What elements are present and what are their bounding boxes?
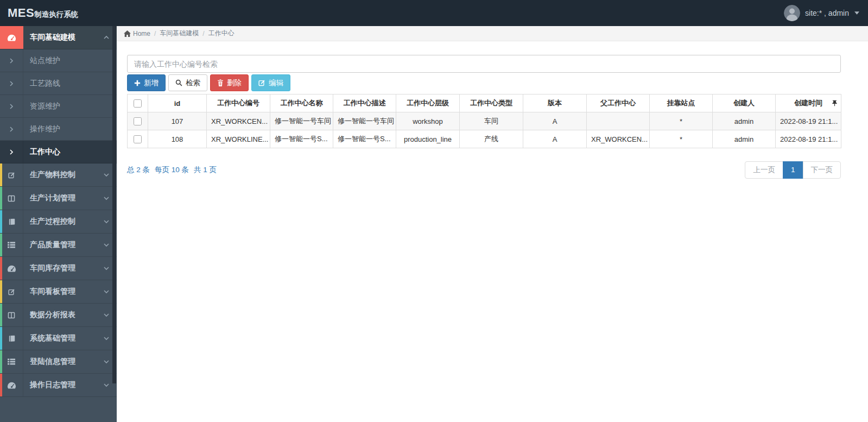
breadcrumb-current: 工作中心 [208, 29, 235, 38]
edit-button-label: 编辑 [269, 78, 283, 88]
menu-color-strip [0, 350, 2, 373]
table-header-row: id工作中心编号工作中心名称工作中心描述工作中心层级工作中心类型版本父工作中心挂… [128, 95, 841, 112]
menu-color-strip [0, 304, 2, 326]
sidebar-item-workshop-modeling[interactable]: 车间基础建模 [0, 26, 117, 49]
chevron-down-icon [104, 173, 109, 177]
user-menu[interactable]: site:* , admin [784, 5, 859, 21]
header-cell-code[interactable]: 工作中心编号 [207, 95, 270, 112]
sidebar-item-label: 生产物料控制 [23, 170, 104, 180]
select-all-checkbox[interactable] [134, 99, 142, 108]
menu-color-strip [0, 257, 2, 280]
cell-id: 108 [148, 130, 207, 148]
tachometer-icon [0, 374, 23, 396]
chevron-down-icon [104, 383, 109, 387]
table-head: id工作中心编号工作中心名称工作中心描述工作中心层级工作中心类型版本父工作中心挂… [128, 95, 841, 112]
sidebar-item-label: 数据分析报表 [23, 310, 104, 320]
sidebar-item-material-control[interactable]: 生产物料控制 [0, 163, 117, 187]
page-1-button[interactable]: 1 [783, 161, 803, 179]
breadcrumb-home[interactable]: Home [133, 30, 150, 37]
search-button[interactable]: 检索 [168, 74, 207, 91]
work-center-table: id工作中心编号工作中心名称工作中心描述工作中心层级工作中心类型版本父工作中心挂… [127, 94, 841, 148]
breadcrumb-section[interactable]: 车间基础建模 [160, 29, 199, 38]
columns-icon [0, 187, 23, 210]
list-icon [0, 234, 23, 256]
sidebar-item-label: 系统基础管理 [23, 333, 104, 343]
sidebar-item-resource-maintenance[interactable]: 资源维护 [0, 95, 117, 118]
header-cell-creator[interactable]: 创建人 [713, 95, 776, 112]
sidebar-item-data-report[interactable]: 数据分析报表 [0, 304, 117, 327]
header-cell-parent[interactable]: 父工作中心 [587, 95, 650, 112]
sidebar-item-process-route[interactable]: 工艺路线 [0, 72, 117, 95]
row-checkbox[interactable] [134, 117, 142, 125]
search-button-label: 检索 [186, 78, 200, 88]
toolbar: 新增 检索 删除 编辑 [127, 74, 841, 91]
search-icon [175, 79, 182, 86]
header-label: 工作中心描述 [344, 99, 386, 107]
header-cell-station[interactable]: 挂靠站点 [650, 95, 713, 112]
sidebar-item-kanban-management[interactable]: 车间看板管理 [0, 280, 117, 304]
cell-type: 车间 [460, 112, 523, 130]
cell-parent: XR_WORKCEN... [587, 130, 650, 148]
sidebar-item-login-info-management[interactable]: 登陆信息管理 [0, 350, 117, 374]
sidebar-item-label: 工艺路线 [23, 79, 117, 89]
cell-level: production_line [396, 130, 460, 148]
tachometer-icon [0, 26, 23, 49]
add-button-label: 新增 [144, 78, 159, 88]
sidebar-item-station-maintenance[interactable]: 站点维护 [0, 49, 117, 72]
menu-color-strip [0, 163, 2, 186]
menu-color-strip [0, 187, 2, 210]
chevron-right-icon [0, 72, 23, 95]
sidebar-item-label: 生产过程控制 [23, 217, 104, 226]
sidebar-item-plan-management[interactable]: 生产计划管理 [0, 187, 117, 210]
book-icon [0, 327, 23, 350]
menu-color-strip [0, 210, 2, 233]
search-input[interactable] [127, 55, 841, 73]
cell-station: * [650, 130, 713, 148]
cell-station: * [650, 112, 713, 130]
table-body: 107XR_WORKCEN...修一智能一号车间修一智能一号车间workshop… [128, 112, 841, 148]
cell-select[interactable] [128, 130, 148, 148]
header-cell-created[interactable]: 创建时间 [776, 95, 841, 112]
chevron-down-icon [104, 289, 109, 294]
cell-code: XR_WORKLINE... [207, 130, 270, 148]
header-label: 创建时间 [794, 99, 822, 107]
sidebar-item-operation-maintenance[interactable]: 操作维护 [0, 118, 117, 141]
sidebar-menu: 车间基础建模站点维护工艺路线资源维护操作维护工作中心生产物料控制生产计划管理生产… [0, 26, 117, 397]
cell-creator: admin [713, 130, 776, 148]
delete-button[interactable]: 删除 [210, 74, 249, 91]
header-label: 工作中心编号 [217, 99, 259, 107]
table-row[interactable]: 108XR_WORKLINE...修一智能一号S...修一智能一号S...pro… [128, 130, 841, 148]
header-cell-type[interactable]: 工作中心类型 [460, 95, 523, 112]
sidebar-item-quality-management[interactable]: 产品质量管理 [0, 234, 117, 257]
pin-icon[interactable] [832, 100, 837, 106]
row-checkbox[interactable] [134, 135, 142, 143]
cell-desc: 修一智能一号车间 [333, 112, 396, 130]
pagination-summary: 总 2 条 每页 10 条 共 1 页 [127, 165, 217, 175]
prev-page-button[interactable]: 上一页 [745, 161, 783, 179]
sidebar-item-process-control[interactable]: 生产过程控制 [0, 210, 117, 234]
header-cell-level[interactable]: 工作中心层级 [396, 95, 460, 112]
next-page-button[interactable]: 下一页 [803, 161, 841, 179]
delete-button-label: 删除 [227, 78, 242, 88]
sidebar-item-system-management[interactable]: 系统基础管理 [0, 327, 117, 350]
header-label: id [174, 99, 181, 108]
header-cell-select[interactable] [128, 95, 148, 112]
cell-select[interactable] [128, 112, 148, 130]
pager: 上一页 1 下一页 [745, 161, 841, 179]
add-button[interactable]: 新增 [127, 74, 166, 91]
header-label: 工作中心类型 [470, 99, 512, 107]
sidebar-item-work-center[interactable]: 工作中心 [0, 141, 117, 163]
sidebar-item-operation-log-management[interactable]: 操作日志管理 [0, 374, 117, 397]
header-cell-desc[interactable]: 工作中心描述 [333, 95, 396, 112]
user-label: site:* , admin [805, 9, 849, 17]
cell-id: 107 [148, 112, 207, 130]
header-cell-version[interactable]: 版本 [523, 95, 587, 112]
table-row[interactable]: 107XR_WORKCEN...修一智能一号车间修一智能一号车间workshop… [128, 112, 841, 130]
header-cell-id[interactable]: id [148, 95, 207, 112]
caret-down-icon [854, 11, 859, 15]
header-cell-name[interactable]: 工作中心名称 [270, 95, 333, 112]
content-area: 新增 检索 删除 编辑 id工作中心编号工作中心名称工作中心描述工作中心层级工作… [117, 41, 868, 179]
edit-button[interactable]: 编辑 [251, 74, 290, 91]
sidebar-scrollbar[interactable] [112, 26, 116, 383]
sidebar-item-inventory-management[interactable]: 车间库存管理 [0, 257, 117, 280]
